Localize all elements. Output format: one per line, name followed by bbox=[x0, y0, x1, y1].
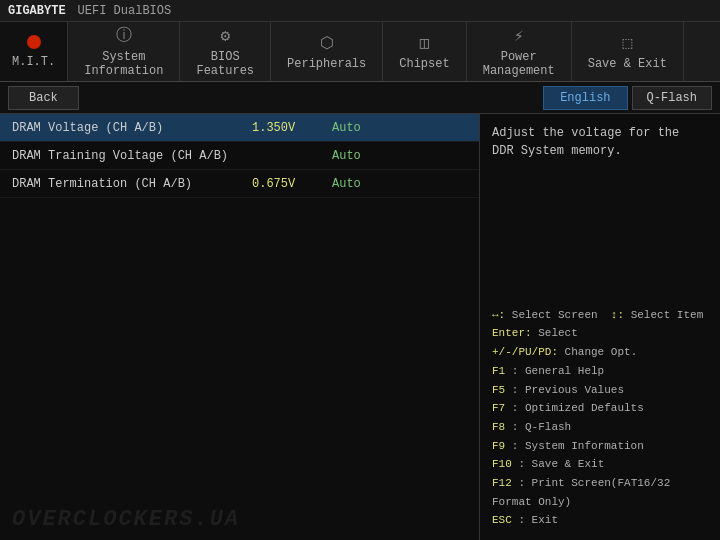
mit-dot-icon bbox=[27, 35, 41, 49]
shortcut-f1: F1 : General Help bbox=[492, 362, 708, 381]
nav-system-info[interactable]: ⓘ SystemInformation bbox=[68, 22, 180, 81]
row-opt-1: Auto bbox=[332, 149, 467, 163]
shortcut-f10: F10 : Save & Exit bbox=[492, 455, 708, 474]
language-button[interactable]: English bbox=[543, 86, 627, 110]
row-val-2: 0.675V bbox=[252, 177, 332, 191]
nav-chipset[interactable]: ◫ Chipset bbox=[383, 22, 466, 81]
brand-name: GIGABYTE bbox=[8, 4, 66, 18]
nav-power-mgmt[interactable]: ⚡ PowerManagement bbox=[467, 22, 572, 81]
row-opt-0: Auto bbox=[332, 121, 467, 135]
save-exit-icon: ⬚ bbox=[622, 33, 632, 53]
nav-save-exit-label: Save & Exit bbox=[588, 57, 667, 71]
nav-system-info-label: SystemInformation bbox=[84, 50, 163, 78]
nav-peripherals-label: Peripherals bbox=[287, 57, 366, 71]
qflash-button[interactable]: Q-Flash bbox=[632, 86, 712, 110]
nav-peripherals[interactable]: ⬡ Peripherals bbox=[271, 22, 383, 81]
system-info-icon: ⓘ bbox=[116, 25, 132, 46]
chipset-icon: ◫ bbox=[420, 33, 430, 53]
help-panel: Adjust the voltage for the DDR System me… bbox=[480, 114, 720, 540]
actionbar: Back English Q-Flash bbox=[0, 82, 720, 114]
nav-mit[interactable]: M.I.T. bbox=[0, 22, 68, 81]
titlebar: GIGABYTE UEFI DualBIOS bbox=[0, 0, 720, 22]
row-name-2: DRAM Termination (CH A/B) bbox=[12, 177, 252, 191]
shortcut-change: +/-/PU/PD: Change Opt. bbox=[492, 343, 708, 362]
shortcut-esc: ESC : Exit bbox=[492, 511, 708, 530]
navbar: M.I.T. ⓘ SystemInformation ⚙ BIOSFeature… bbox=[0, 22, 720, 82]
shortcut-f12: F12 : Print Screen(FAT16/32 Format Only) bbox=[492, 474, 708, 511]
nav-power-label: PowerManagement bbox=[483, 50, 555, 78]
shortcut-f5: F5 : Previous Values bbox=[492, 381, 708, 400]
table-row[interactable]: DRAM Voltage (CH A/B) 1.350V Auto bbox=[0, 114, 479, 142]
nav-chipset-label: Chipset bbox=[399, 57, 449, 71]
main-content: DRAM Voltage (CH A/B) 1.350V Auto DRAM T… bbox=[0, 114, 720, 540]
back-button[interactable]: Back bbox=[8, 86, 79, 110]
shortcut-navigate: ↔: Select Screen ↕: Select Item bbox=[492, 306, 708, 325]
nav-save-exit[interactable]: ⬚ Save & Exit bbox=[572, 22, 684, 81]
row-name-1: DRAM Training Voltage (CH A/B) bbox=[12, 149, 252, 163]
nav-bios-features[interactable]: ⚙ BIOSFeatures bbox=[180, 22, 271, 81]
nav-bios-features-label: BIOSFeatures bbox=[196, 50, 254, 78]
shortcuts-panel: ↔: Select Screen ↕: Select Item Enter: S… bbox=[492, 306, 708, 530]
table-row[interactable]: DRAM Training Voltage (CH A/B) Auto bbox=[0, 142, 479, 170]
row-opt-2: Auto bbox=[332, 177, 467, 191]
product-name: UEFI DualBIOS bbox=[78, 4, 172, 18]
bios-features-icon: ⚙ bbox=[220, 26, 230, 46]
row-name-0: DRAM Voltage (CH A/B) bbox=[12, 121, 252, 135]
row-val-0: 1.350V bbox=[252, 121, 332, 135]
table-row[interactable]: DRAM Termination (CH A/B) 0.675V Auto bbox=[0, 170, 479, 198]
shortcut-enter: Enter: Select bbox=[492, 324, 708, 343]
settings-table: DRAM Voltage (CH A/B) 1.350V Auto DRAM T… bbox=[0, 114, 480, 540]
power-icon: ⚡ bbox=[514, 26, 524, 46]
shortcut-f8: F8 : Q-Flash bbox=[492, 418, 708, 437]
shortcut-f7: F7 : Optimized Defaults bbox=[492, 399, 708, 418]
shortcut-f9: F9 : System Information bbox=[492, 437, 708, 456]
peripherals-icon: ⬡ bbox=[320, 33, 334, 53]
help-text: Adjust the voltage for the DDR System me… bbox=[492, 124, 708, 160]
nav-mit-label: M.I.T. bbox=[12, 55, 55, 69]
